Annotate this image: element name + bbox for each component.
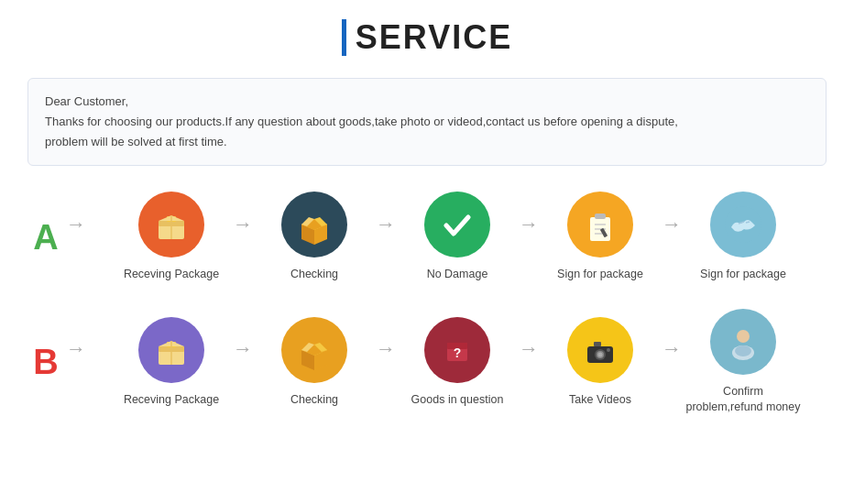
arrow-a-1: → <box>233 213 253 236</box>
step-circle-handshake <box>710 192 776 257</box>
notice-box: Dear Customer, Thanks for choosing our p… <box>27 78 827 166</box>
step-label-receiving-a: Receving Package <box>124 267 219 283</box>
row-a-section: A → Receving Package → <box>27 192 827 283</box>
svg-rect-36 <box>594 342 601 346</box>
notice-line3: problem will be solved at first time. <box>45 132 809 152</box>
arrow-a-2: → <box>376 213 396 236</box>
step-take-videos: Take Videos <box>541 317 660 409</box>
step-label-confirm-problem: Confirm problem,refund money <box>684 384 803 416</box>
step-label-no-damage: No Damage <box>427 267 488 283</box>
step-circle-checking-a <box>281 192 347 257</box>
arrow-a-4: → <box>662 213 682 236</box>
notice-line1: Dear Customer, <box>45 92 809 112</box>
svg-text:?: ? <box>454 345 462 360</box>
step-circle-checking-b <box>281 317 347 383</box>
step-circle-no-damage <box>424 192 490 257</box>
step-goods-question: ? Goods in question <box>398 317 517 409</box>
step-confirm-problem: Confirm problem,refund money <box>684 309 803 416</box>
row-a-first-arrow: → <box>66 213 86 236</box>
step-handshake: Sign for package <box>684 192 803 283</box>
step-label-sign-a: Sign for package <box>557 267 643 283</box>
svg-point-37 <box>607 348 610 352</box>
step-label-checking-b: Checking <box>290 392 338 409</box>
page-title: SERVICE <box>356 18 512 57</box>
step-label-goods-question: Goods in question <box>411 392 504 409</box>
row-b-first-arrow: → <box>66 337 86 361</box>
step-circle-goods-question: ? <box>424 317 490 383</box>
step-receiving-a: Receving Package <box>112 192 231 283</box>
step-checking-a: Checking <box>255 192 374 283</box>
svg-point-38 <box>737 330 750 343</box>
step-circle-receiving-a <box>138 192 204 257</box>
svg-rect-12 <box>595 214 606 219</box>
step-circle-take-videos <box>567 317 633 383</box>
title-section: SERVICE <box>27 18 827 60</box>
arrow-b-2: → <box>376 337 396 361</box>
svg-point-40 <box>735 345 751 356</box>
row-a-label: A <box>27 218 64 257</box>
notice-line2: Thanks for choosing our products.If any … <box>45 112 809 132</box>
arrow-a-3: → <box>519 213 539 236</box>
arrow-b-4: → <box>662 337 682 361</box>
step-label-receiving-b: Receving Package <box>124 392 219 409</box>
row-b-label: B <box>27 343 64 382</box>
step-label-checking-a: Checking <box>290 267 338 283</box>
step-circle-sign-a <box>567 192 633 257</box>
step-no-damage: No Damage <box>398 192 517 283</box>
flow-steps-b: Receving Package → Checking <box>88 309 827 416</box>
step-receiving-b: Receving Package <box>112 317 231 409</box>
arrow-b-1: → <box>233 337 253 361</box>
title-accent-bar <box>342 19 346 56</box>
flow-row-a: A → Receving Package → <box>27 192 827 283</box>
flow-row-b: B → Receving Package → <box>27 309 827 416</box>
step-checking-b: Checking <box>255 317 374 409</box>
arrow-b-3: → <box>519 337 539 361</box>
svg-point-35 <box>598 352 603 356</box>
flow-steps-a: Receving Package → Ch <box>88 192 827 283</box>
step-label-take-videos: Take Videos <box>569 392 631 409</box>
step-sign-a: Sign for package <box>541 192 660 283</box>
step-circle-confirm-problem <box>710 309 776 375</box>
step-label-handshake: Sign for package <box>700 267 786 283</box>
row-b-section: B → Receving Package → <box>27 309 827 416</box>
step-circle-receiving-b <box>138 317 204 383</box>
